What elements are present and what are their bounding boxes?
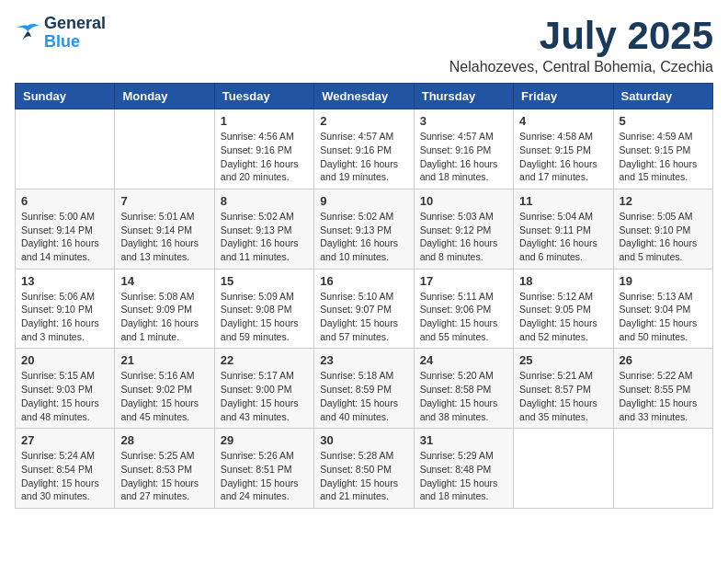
calendar-week-row: 1Sunrise: 4:56 AM Sunset: 9:16 PM Daylig… xyxy=(16,109,713,190)
day-info: Sunrise: 5:09 AM Sunset: 9:08 PM Dayligh… xyxy=(221,290,308,344)
day-info: Sunrise: 5:00 AM Sunset: 9:14 PM Dayligh… xyxy=(21,210,108,264)
calendar-cell: 31Sunrise: 5:29 AM Sunset: 8:48 PM Dayli… xyxy=(414,429,513,509)
calendar-cell: 29Sunrise: 5:26 AM Sunset: 8:51 PM Dayli… xyxy=(214,429,313,509)
calendar-cell: 11Sunrise: 5:04 AM Sunset: 9:11 PM Dayli… xyxy=(514,189,613,269)
weekday-header-monday: Monday xyxy=(115,84,214,109)
day-info: Sunrise: 5:21 AM Sunset: 8:57 PM Dayligh… xyxy=(519,369,607,423)
logo: General Blue xyxy=(15,15,106,52)
day-number: 23 xyxy=(320,353,407,367)
day-number: 19 xyxy=(620,274,707,288)
calendar-cell: 7Sunrise: 5:01 AM Sunset: 9:14 PM Daylig… xyxy=(115,189,214,269)
day-info: Sunrise: 5:08 AM Sunset: 9:09 PM Dayligh… xyxy=(120,290,208,344)
day-number: 1 xyxy=(221,114,308,128)
calendar-cell: 13Sunrise: 5:06 AM Sunset: 9:10 PM Dayli… xyxy=(16,269,115,349)
day-number: 9 xyxy=(320,194,407,208)
day-number: 14 xyxy=(120,274,208,288)
weekday-header-row: SundayMondayTuesdayWednesdayThursdayFrid… xyxy=(16,84,713,109)
calendar-cell: 24Sunrise: 5:20 AM Sunset: 8:58 PM Dayli… xyxy=(414,349,513,429)
day-info: Sunrise: 4:58 AM Sunset: 9:15 PM Dayligh… xyxy=(519,130,607,184)
day-info: Sunrise: 5:11 AM Sunset: 9:06 PM Dayligh… xyxy=(420,290,507,344)
calendar-cell xyxy=(16,109,115,190)
calendar-cell: 9Sunrise: 5:02 AM Sunset: 9:13 PM Daylig… xyxy=(314,189,414,269)
calendar-cell: 30Sunrise: 5:28 AM Sunset: 8:50 PM Dayli… xyxy=(314,429,414,509)
day-info: Sunrise: 5:29 AM Sunset: 8:48 PM Dayligh… xyxy=(420,449,507,503)
day-info: Sunrise: 4:56 AM Sunset: 9:16 PM Dayligh… xyxy=(221,130,308,184)
day-number: 7 xyxy=(120,194,208,208)
day-info: Sunrise: 5:13 AM Sunset: 9:04 PM Dayligh… xyxy=(620,290,707,344)
logo-icon xyxy=(15,22,40,44)
calendar-cell xyxy=(514,429,613,509)
calendar-cell xyxy=(613,429,712,509)
day-info: Sunrise: 5:10 AM Sunset: 9:07 PM Dayligh… xyxy=(320,290,407,344)
weekday-header-sunday: Sunday xyxy=(16,84,115,109)
day-info: Sunrise: 5:02 AM Sunset: 9:13 PM Dayligh… xyxy=(221,210,308,264)
day-number: 27 xyxy=(21,433,108,447)
day-number: 11 xyxy=(519,194,607,208)
day-info: Sunrise: 5:01 AM Sunset: 9:14 PM Dayligh… xyxy=(120,210,208,264)
location: Nelahozeves, Central Bohemia, Czechia xyxy=(449,59,713,75)
day-number: 20 xyxy=(21,353,108,367)
calendar-cell: 20Sunrise: 5:15 AM Sunset: 9:03 PM Dayli… xyxy=(16,349,115,429)
day-info: Sunrise: 4:57 AM Sunset: 9:16 PM Dayligh… xyxy=(320,130,407,184)
weekday-header-wednesday: Wednesday xyxy=(314,84,414,109)
calendar-cell: 5Sunrise: 4:59 AM Sunset: 9:15 PM Daylig… xyxy=(613,109,712,190)
day-info: Sunrise: 5:20 AM Sunset: 8:58 PM Dayligh… xyxy=(420,369,507,423)
calendar-cell: 15Sunrise: 5:09 AM Sunset: 9:08 PM Dayli… xyxy=(214,269,313,349)
calendar-week-row: 20Sunrise: 5:15 AM Sunset: 9:03 PM Dayli… xyxy=(16,349,713,429)
day-info: Sunrise: 5:15 AM Sunset: 9:03 PM Dayligh… xyxy=(21,369,108,423)
calendar-cell: 26Sunrise: 5:22 AM Sunset: 8:55 PM Dayli… xyxy=(613,349,712,429)
day-number: 4 xyxy=(519,114,607,128)
day-number: 6 xyxy=(21,194,108,208)
day-info: Sunrise: 5:28 AM Sunset: 8:50 PM Dayligh… xyxy=(320,449,407,503)
day-number: 26 xyxy=(620,353,707,367)
calendar-table: SundayMondayTuesdayWednesdayThursdayFrid… xyxy=(15,83,713,509)
day-info: Sunrise: 4:57 AM Sunset: 9:16 PM Dayligh… xyxy=(420,130,507,184)
day-number: 3 xyxy=(420,114,507,128)
day-info: Sunrise: 5:25 AM Sunset: 8:53 PM Dayligh… xyxy=(120,449,208,503)
day-number: 17 xyxy=(420,274,507,288)
calendar-week-row: 6Sunrise: 5:00 AM Sunset: 9:14 PM Daylig… xyxy=(16,189,713,269)
day-info: Sunrise: 5:17 AM Sunset: 9:00 PM Dayligh… xyxy=(221,369,308,423)
day-info: Sunrise: 5:12 AM Sunset: 9:05 PM Dayligh… xyxy=(519,290,607,344)
day-info: Sunrise: 5:04 AM Sunset: 9:11 PM Dayligh… xyxy=(519,210,607,264)
day-number: 21 xyxy=(120,353,208,367)
day-number: 25 xyxy=(519,353,607,367)
calendar-cell: 23Sunrise: 5:18 AM Sunset: 8:59 PM Dayli… xyxy=(314,349,414,429)
day-number: 29 xyxy=(221,433,308,447)
calendar-cell: 27Sunrise: 5:24 AM Sunset: 8:54 PM Dayli… xyxy=(16,429,115,509)
day-number: 10 xyxy=(420,194,507,208)
calendar-cell: 14Sunrise: 5:08 AM Sunset: 9:09 PM Dayli… xyxy=(115,269,214,349)
day-number: 28 xyxy=(120,433,208,447)
calendar-cell: 16Sunrise: 5:10 AM Sunset: 9:07 PM Dayli… xyxy=(314,269,414,349)
title-block: July 2025 Nelahozeves, Central Bohemia, … xyxy=(449,15,713,75)
day-number: 30 xyxy=(320,433,407,447)
calendar-cell: 6Sunrise: 5:00 AM Sunset: 9:14 PM Daylig… xyxy=(16,189,115,269)
day-info: Sunrise: 5:22 AM Sunset: 8:55 PM Dayligh… xyxy=(620,369,707,423)
day-number: 31 xyxy=(420,433,507,447)
calendar-cell: 21Sunrise: 5:16 AM Sunset: 9:02 PM Dayli… xyxy=(115,349,214,429)
day-number: 12 xyxy=(620,194,707,208)
page-header: General Blue July 2025 Nelahozeves, Cent… xyxy=(15,15,713,75)
calendar-week-row: 27Sunrise: 5:24 AM Sunset: 8:54 PM Dayli… xyxy=(16,429,713,509)
weekday-header-thursday: Thursday xyxy=(414,84,513,109)
day-info: Sunrise: 4:59 AM Sunset: 9:15 PM Dayligh… xyxy=(620,130,707,184)
calendar-cell: 28Sunrise: 5:25 AM Sunset: 8:53 PM Dayli… xyxy=(115,429,214,509)
calendar-cell xyxy=(115,109,214,190)
day-number: 15 xyxy=(221,274,308,288)
calendar-cell: 22Sunrise: 5:17 AM Sunset: 9:00 PM Dayli… xyxy=(214,349,313,429)
day-number: 22 xyxy=(221,353,308,367)
calendar-cell: 1Sunrise: 4:56 AM Sunset: 9:16 PM Daylig… xyxy=(214,109,313,190)
day-number: 16 xyxy=(320,274,407,288)
calendar-cell: 4Sunrise: 4:58 AM Sunset: 9:15 PM Daylig… xyxy=(514,109,613,190)
day-info: Sunrise: 5:18 AM Sunset: 8:59 PM Dayligh… xyxy=(320,369,407,423)
day-number: 18 xyxy=(519,274,607,288)
day-info: Sunrise: 5:05 AM Sunset: 9:10 PM Dayligh… xyxy=(620,210,707,264)
day-info: Sunrise: 5:06 AM Sunset: 9:10 PM Dayligh… xyxy=(21,290,108,344)
calendar-cell: 19Sunrise: 5:13 AM Sunset: 9:04 PM Dayli… xyxy=(613,269,712,349)
day-number: 2 xyxy=(320,114,407,128)
calendar-cell: 18Sunrise: 5:12 AM Sunset: 9:05 PM Dayli… xyxy=(514,269,613,349)
calendar-cell: 10Sunrise: 5:03 AM Sunset: 9:12 PM Dayli… xyxy=(414,189,513,269)
day-number: 8 xyxy=(221,194,308,208)
month-title: July 2025 xyxy=(449,15,713,57)
day-info: Sunrise: 5:16 AM Sunset: 9:02 PM Dayligh… xyxy=(120,369,208,423)
